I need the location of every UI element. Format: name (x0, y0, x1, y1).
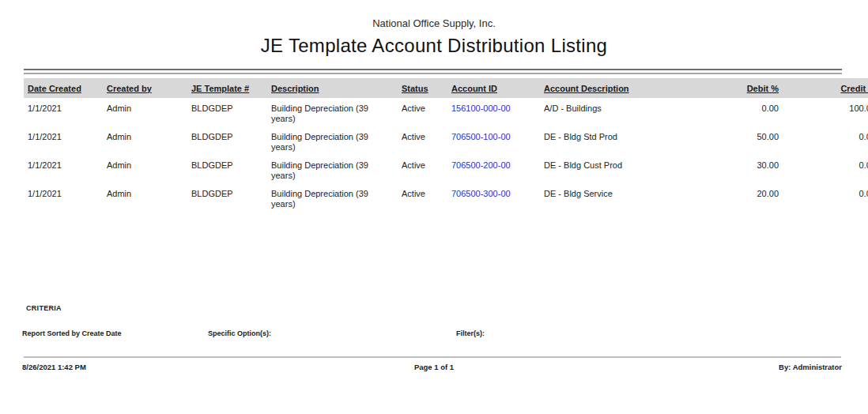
column-header-date-created: Date Created (24, 78, 103, 98)
column-header-label: Status (402, 84, 428, 93)
column-header-label: Created by (107, 84, 152, 93)
cell-debit-pct: 0.00 (694, 98, 781, 126)
cell-je-template: BLDGDEP (187, 155, 267, 183)
cell-account-description: DE - Bldg Cust Prod (540, 155, 694, 183)
cell-description: Building Depreciation (39 years) (267, 183, 398, 212)
cell-description: Building Depreciation (39 years) (267, 126, 398, 155)
cell-credit-pct: 0.00 (781, 155, 868, 183)
table-row: 1/1/2021AdminBLDGDEPBuilding Depreciatio… (24, 98, 868, 126)
account-id-link[interactable]: 706500-100-00 (451, 132, 511, 141)
cell-je-template: BLDGDEP (187, 98, 267, 126)
page-title: JE Template Account Distribution Listing (0, 35, 868, 57)
cell-date-created: 1/1/2021 (24, 155, 103, 183)
footer: 8/26/2021 1:42 PM Page 1 of 1 By: Admini… (0, 363, 868, 374)
cell-debit-pct: 20.00 (694, 183, 781, 212)
cell-credit-pct: 0.00 (781, 183, 868, 212)
table-row: 1/1/2021AdminBLDGDEPBuilding Depreciatio… (24, 183, 868, 212)
column-header-label: Description (271, 84, 319, 93)
account-id-link[interactable]: 156100-000-00 (451, 104, 511, 113)
account-id-link[interactable]: 706500-200-00 (451, 160, 511, 170)
cell-date-created: 1/1/2021 (24, 183, 103, 212)
table-row: 1/1/2021AdminBLDGDEPBuilding Depreciatio… (24, 155, 868, 183)
column-header-label: Credit % (840, 84, 868, 93)
column-header-credit-pct: Credit % (781, 78, 868, 98)
cell-credit-pct: 100.00 (781, 98, 868, 126)
column-header-je-template: JE Template # (187, 78, 267, 98)
specific-options-label: Specific Option(s): (208, 329, 271, 337)
column-header-label: Account Description (544, 84, 629, 93)
criteria-heading: CRITERIA (26, 304, 62, 312)
cell-account-id: 706500-100-00 (447, 126, 540, 155)
cell-status: Active (398, 98, 447, 126)
report-page: National Office Supply, Inc. JE Template… (0, 0, 868, 414)
cell-debit-pct: 50.00 (694, 126, 781, 155)
cell-created-by: Admin (103, 155, 187, 183)
column-header-account-description: Account Description (540, 78, 694, 98)
cell-created-by: Admin (103, 126, 187, 155)
cell-account-id: 156100-000-00 (447, 98, 540, 126)
cell-account-id: 706500-300-00 (447, 183, 540, 212)
cell-date-created: 1/1/2021 (24, 126, 103, 155)
filters-label: Filter(s): (456, 329, 485, 337)
cell-account-description: DE - Bldg Std Prod (540, 126, 694, 155)
cell-status: Active (398, 183, 447, 212)
account-id-link[interactable]: 706500-300-00 (451, 189, 511, 198)
cell-credit-pct: 0.00 (781, 126, 868, 155)
cell-description: Building Depreciation (39 years) (267, 98, 398, 126)
account-distribution-table: Date CreatedCreated byJE Template #Descr… (24, 78, 868, 212)
footer-page-indicator: Page 1 of 1 (0, 363, 868, 371)
cell-created-by: Admin (103, 183, 187, 212)
column-header-created-by: Created by (103, 78, 187, 98)
cell-date-created: 1/1/2021 (24, 98, 103, 126)
table-header-row: Date CreatedCreated byJE Template #Descr… (24, 78, 868, 98)
column-header-label: JE Template # (191, 84, 249, 93)
cell-je-template: BLDGDEP (187, 126, 267, 155)
footer-by-user: By: Administrator (779, 363, 842, 371)
column-header-label: Debit % (747, 84, 779, 93)
column-header-label: Date Created (28, 84, 81, 93)
cell-status: Active (398, 155, 447, 183)
cell-status: Active (398, 126, 447, 155)
cell-account-id: 706500-200-00 (447, 155, 540, 183)
table-row: 1/1/2021AdminBLDGDEPBuilding Depreciatio… (24, 126, 868, 155)
cell-je-template: BLDGDEP (187, 183, 267, 212)
cell-description: Building Depreciation (39 years) (267, 155, 398, 183)
company-name: National Office Supply, Inc. (0, 17, 868, 29)
column-header-label: Account ID (451, 84, 497, 93)
column-header-status: Status (398, 78, 447, 98)
cell-debit-pct: 30.00 (694, 155, 781, 183)
cell-account-description: DE - Bldg Service (540, 183, 694, 212)
table-body: 1/1/2021AdminBLDGDEPBuilding Depreciatio… (24, 98, 868, 212)
column-header-description: Description (267, 78, 398, 98)
footer-divider (24, 356, 841, 358)
cell-created-by: Admin (103, 98, 187, 126)
criteria-sort-text: Report Sorted by Create Date (22, 329, 122, 337)
title-divider (24, 69, 842, 74)
column-header-account-id: Account ID (447, 78, 540, 98)
cell-account-description: A/D - Buildings (540, 98, 694, 126)
column-header-debit-pct: Debit % (694, 78, 781, 98)
